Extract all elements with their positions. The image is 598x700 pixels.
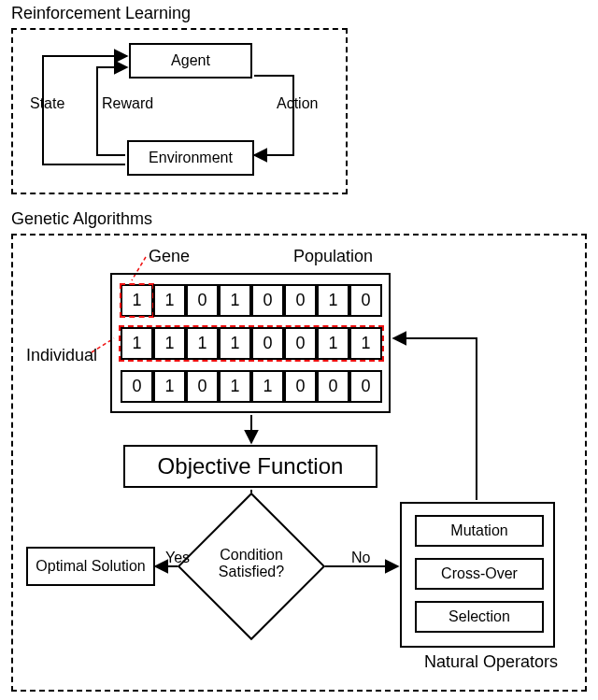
gene-cell: 0 [349, 370, 382, 403]
yes-label: Yes [165, 550, 190, 566]
ga-population-label: Population [293, 247, 373, 266]
gene-cell: 1 [186, 327, 219, 360]
objective-function-box: Objective Function [123, 445, 377, 488]
gene-cell: 1 [121, 327, 153, 360]
operators-box: Mutation Cross-Over Selection [400, 502, 555, 648]
rl-env-label: Environment [149, 150, 233, 166]
table-row: 1 1 0 1 0 0 1 0 [121, 284, 382, 317]
gene-cell: 1 [317, 284, 349, 317]
gene-cell: 1 [153, 370, 186, 403]
table-row: 0 1 0 1 1 0 0 0 [121, 370, 382, 403]
gene-cell: 0 [284, 327, 317, 360]
selection-label: Selection [448, 608, 510, 625]
ga-title: Genetic Algorithms [11, 209, 152, 229]
gene-cell: 1 [153, 284, 186, 317]
ga-gene-label: Gene [149, 247, 190, 266]
gene-cell: 1 [219, 370, 251, 403]
crossover-box: Cross-Over [415, 558, 544, 590]
gene-cell: 0 [317, 370, 349, 403]
rl-agent-label: Agent [171, 52, 210, 69]
gene-cell: 1 [317, 327, 349, 360]
gene-cell: 0 [121, 370, 153, 403]
rl-env-box: Environment [127, 140, 254, 176]
objective-label: Objective Function [158, 453, 344, 479]
gene-cell: 1 [251, 370, 284, 403]
table-row: 1 1 1 1 0 0 1 1 [121, 327, 382, 360]
operators-title: Natural Operators [424, 652, 558, 672]
no-label: No [351, 550, 370, 566]
ga-panel: Gene Population Individual 1 1 0 1 0 0 1… [11, 234, 587, 692]
ga-individual-label: Individual [26, 346, 97, 365]
selection-box: Selection [415, 601, 544, 633]
gene-cell: 0 [284, 370, 317, 403]
rl-title: Reinforcement Learning [11, 4, 191, 23]
rl-action-label: Action [277, 95, 318, 112]
gene-cell: 0 [251, 327, 284, 360]
mutation-box: Mutation [415, 515, 544, 547]
gene-cell: 1 [219, 284, 251, 317]
gene-cell: 0 [349, 284, 382, 317]
population-box: 1 1 0 1 0 0 1 0 1 1 1 1 0 0 1 1 0 1 0 1 … [110, 273, 391, 413]
gene-cell: 0 [284, 284, 317, 317]
rl-agent-box: Agent [129, 43, 252, 79]
gene-cell: 0 [251, 284, 284, 317]
rl-state-label: State [30, 95, 64, 112]
condition-diamond [178, 493, 325, 640]
mutation-label: Mutation [450, 522, 507, 539]
gene-cell: 1 [121, 284, 153, 317]
gene-cell: 0 [186, 284, 219, 317]
rl-panel: Agent Environment State Reward Action [11, 28, 348, 194]
crossover-label: Cross-Over [441, 565, 518, 582]
rl-reward-label: Reward [102, 95, 153, 112]
optimal-box: Optimal Solution [26, 547, 155, 586]
gene-cell: 1 [153, 327, 186, 360]
gene-cell: 0 [186, 370, 219, 403]
optimal-label: Optimal Solution [36, 558, 145, 575]
gene-cell: 1 [219, 327, 251, 360]
gene-cell: 1 [349, 327, 382, 360]
